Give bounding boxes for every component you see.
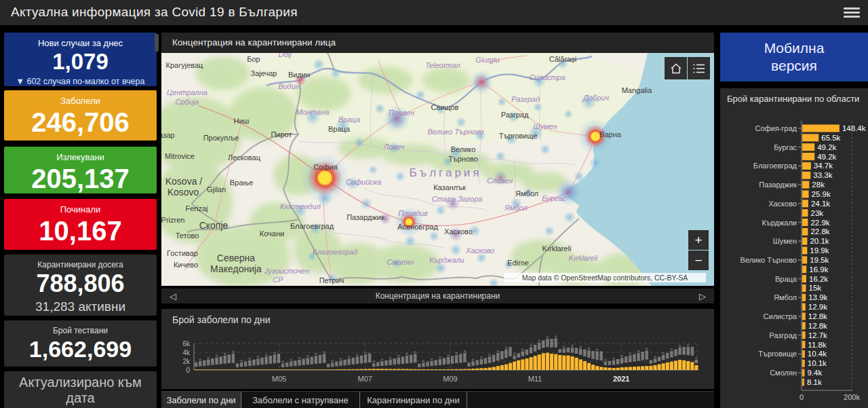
region-bar[interactable]: [802, 341, 805, 348]
daily-bar[interactable]: [538, 354, 541, 370]
daily-bar[interactable]: [678, 360, 682, 370]
daily-bar[interactable]: [529, 357, 532, 370]
daily-bar[interactable]: [219, 369, 222, 370]
daily-bar[interactable]: [447, 369, 450, 370]
daily-bar[interactable]: [591, 365, 595, 370]
home-button[interactable]: [665, 57, 687, 79]
region-bar[interactable]: [802, 369, 804, 377]
daily-bar[interactable]: [484, 368, 487, 370]
daily-bar[interactable]: [629, 367, 632, 370]
daily-bar[interactable]: [562, 356, 566, 370]
daily-bar[interactable]: [256, 369, 260, 370]
daily-bar[interactable]: [686, 361, 690, 370]
daily-bar[interactable]: [264, 369, 268, 370]
region-bar[interactable]: [802, 284, 806, 292]
daily-bar[interactable]: [509, 363, 512, 370]
daily-bar[interactable]: [277, 369, 280, 370]
region-bar[interactable]: [802, 143, 814, 151]
daily-bar[interactable]: [252, 369, 256, 370]
daily-bar[interactable]: [195, 369, 198, 370]
daily-bar[interactable]: [451, 369, 454, 370]
region-bar[interactable]: [802, 162, 811, 170]
region-bar[interactable]: [802, 219, 808, 226]
daily-bar[interactable]: [496, 366, 500, 370]
sidebar-scrollbar-thumb[interactable]: [155, 34, 159, 52]
daily-bar[interactable]: [471, 369, 475, 370]
daily-bar[interactable]: [306, 369, 309, 370]
region-bar[interactable]: [802, 209, 808, 217]
daily-bar[interactable]: [199, 369, 202, 370]
daily-bar[interactable]: [658, 365, 661, 370]
daily-bar[interactable]: [351, 369, 355, 370]
daily-bar[interactable]: [401, 369, 404, 370]
daily-bar[interactable]: [583, 361, 587, 370]
tab-cumulative-cases[interactable]: Заболели с натрупване: [241, 392, 360, 408]
daily-bar[interactable]: [231, 369, 235, 370]
daily-bar[interactable]: [359, 369, 363, 370]
region-bar[interactable]: [802, 181, 809, 189]
daily-bar[interactable]: [517, 360, 520, 370]
region-bar[interactable]: [802, 275, 806, 282]
region-bar[interactable]: [802, 303, 806, 311]
daily-bar[interactable]: [327, 369, 330, 370]
daily-bar[interactable]: [207, 369, 210, 370]
daily-bar[interactable]: [521, 359, 524, 370]
daily-bar[interactable]: [406, 369, 409, 370]
daily-bar[interactable]: [410, 369, 413, 370]
daily-bar[interactable]: [645, 366, 648, 370]
daily-bar[interactable]: [666, 363, 669, 370]
daily-bar[interactable]: [467, 369, 471, 370]
region-bar[interactable]: [802, 228, 808, 236]
daily-bar[interactable]: [546, 353, 549, 370]
daily-bar[interactable]: [355, 369, 359, 370]
daily-bar[interactable]: [273, 369, 276, 370]
region-bar[interactable]: [802, 190, 809, 198]
daily-bar[interactable]: [525, 358, 528, 370]
daily-bar[interactable]: [372, 369, 376, 370]
daily-bar[interactable]: [310, 369, 313, 370]
daily-bar[interactable]: [227, 369, 231, 370]
daily-bar[interactable]: [368, 369, 372, 370]
region-bar[interactable]: [802, 331, 806, 339]
daily-bar[interactable]: [612, 368, 615, 370]
daily-bar[interactable]: [513, 362, 516, 370]
daily-bar[interactable]: [534, 356, 537, 370]
region-bar[interactable]: [802, 313, 806, 320]
daily-bar[interactable]: [662, 363, 665, 370]
region-bar[interactable]: [802, 350, 805, 358]
daily-bar[interactable]: [294, 369, 297, 370]
daily-bar[interactable]: [347, 369, 351, 370]
tab-daily-quarantined[interactable]: Карантинирани по дни: [360, 392, 467, 408]
daily-bar[interactable]: [240, 369, 243, 370]
daily-bar[interactable]: [397, 369, 400, 370]
daily-bar[interactable]: [459, 369, 462, 370]
daily-bar[interactable]: [422, 369, 425, 370]
legend-button[interactable]: [688, 57, 710, 79]
daily-bar[interactable]: [616, 368, 620, 370]
zoom-out-button[interactable]: −: [688, 251, 709, 270]
daily-bar[interactable]: [690, 362, 694, 370]
daily-bar[interactable]: [335, 369, 338, 370]
daily-bar[interactable]: [211, 369, 214, 370]
daily-bar[interactable]: [500, 365, 504, 370]
tab-daily-cases[interactable]: Заболели по дни: [161, 392, 241, 408]
daily-bar[interactable]: [302, 369, 305, 370]
daily-bar[interactable]: [331, 369, 334, 370]
daily-bar[interactable]: [637, 367, 640, 370]
daily-bar[interactable]: [203, 369, 206, 370]
mobile-version-button[interactable]: Мобилна версия: [720, 33, 868, 81]
zoom-in-button[interactable]: +: [688, 230, 709, 250]
daily-bar[interactable]: [475, 369, 479, 370]
daily-bar[interactable]: [599, 367, 603, 370]
daily-bar[interactable]: [215, 369, 218, 370]
region-bar[interactable]: [802, 238, 807, 245]
daily-bar[interactable]: [604, 367, 607, 370]
daily-bar[interactable]: [633, 367, 636, 370]
daily-bar[interactable]: [281, 369, 285, 370]
daily-bar[interactable]: [364, 369, 368, 370]
quarantine-heat-map[interactable]: КрагујевацБорЗајечарВидинНишПиротПрокупљ…: [161, 53, 714, 286]
daily-bar[interactable]: [558, 355, 561, 370]
daily-bar[interactable]: [414, 369, 417, 370]
daily-bar[interactable]: [587, 363, 591, 370]
daily-bar[interactable]: [554, 354, 557, 370]
